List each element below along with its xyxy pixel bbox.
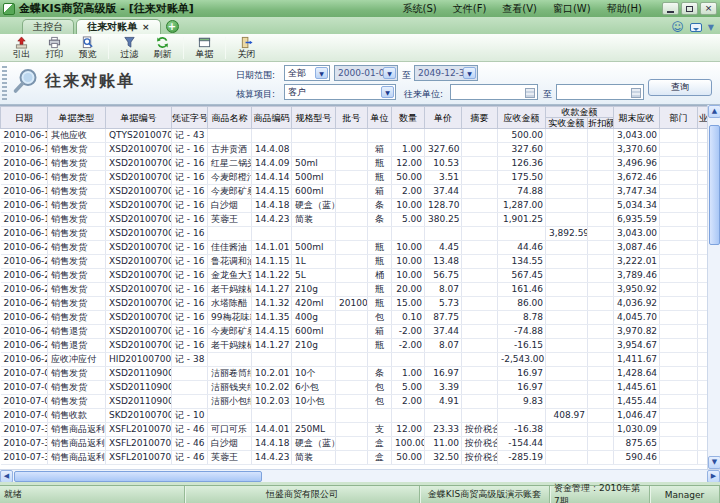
cell bbox=[546, 451, 588, 465]
cell: 32.50 bbox=[425, 451, 462, 465]
cell bbox=[392, 353, 425, 367]
unit-from-input[interactable] bbox=[450, 84, 538, 100]
cell: 2010-06-20 bbox=[1, 311, 48, 325]
cell bbox=[698, 171, 708, 185]
tab-console[interactable]: 主控台 bbox=[22, 19, 74, 34]
cell: 5,034.34 bbox=[614, 199, 660, 213]
restore-button[interactable] bbox=[681, 2, 698, 15]
query-button[interactable]: 查询 bbox=[648, 79, 712, 96]
dropdown-arrow-icon[interactable]: ▼ bbox=[383, 67, 396, 79]
new-tab-button[interactable]: + bbox=[166, 20, 179, 33]
table-row[interactable]: 2010-06-15销售发货XSD20100700001记 - 16芙蓉王14.… bbox=[1, 213, 708, 227]
close-view-button[interactable]: 关闭 bbox=[230, 35, 263, 61]
menu-window[interactable]: 窗口(W) bbox=[553, 2, 591, 16]
date-range-select[interactable]: 全部 ▼ bbox=[284, 65, 330, 81]
table-row[interactable]: 2010-06-20销售发货XSD20100700007记 - 16鲁花调和油1… bbox=[1, 255, 708, 269]
cell: 50.00 bbox=[392, 451, 425, 465]
cell bbox=[588, 199, 614, 213]
chevron-down-icon[interactable]: ▼ bbox=[708, 23, 714, 32]
cell: 74.88 bbox=[498, 185, 546, 199]
export-button[interactable]: 引出 bbox=[5, 35, 38, 61]
dropdown-arrow-icon[interactable]: ▼ bbox=[381, 86, 394, 98]
refresh-button[interactable]: 刷新 bbox=[146, 35, 179, 61]
dropdown-arrow-icon[interactable]: ▼ bbox=[315, 67, 328, 79]
table-row[interactable]: 2010-06-15销售发货XSD20100700001记 - 16红星二锅头1… bbox=[1, 157, 708, 171]
page-title: 往来对账单 bbox=[45, 71, 135, 92]
table-row[interactable]: 2010-07-30销售商品返利XSFL20100700003记 - 46芙蓉王… bbox=[1, 451, 708, 465]
table-row[interactable]: 2010-06-12其他应收QTYS20100700002记 - 43500.0… bbox=[1, 129, 708, 143]
print-button[interactable]: 打印 bbox=[38, 35, 71, 61]
close-button[interactable]: × bbox=[700, 2, 717, 15]
menu-system[interactable]: 系统(S) bbox=[403, 2, 437, 16]
cell bbox=[336, 325, 368, 339]
table-row[interactable]: 2010-06-15销售发货XSD20100700001记 - 16白沙烟14.… bbox=[1, 199, 708, 213]
scroll-down-icon[interactable]: ▼ bbox=[708, 456, 720, 469]
cell: 箱 bbox=[368, 185, 392, 199]
date-from-select[interactable]: 2000-01-01 ▼ bbox=[334, 65, 398, 81]
column-header: 数量 bbox=[392, 107, 425, 129]
filter-button[interactable]: 过滤 bbox=[113, 35, 146, 61]
horizontal-scrollbar[interactable]: ◀ ▶ bbox=[0, 469, 720, 482]
table-row[interactable]: 2010-06-26应收冲应付HID20100700004记 - 38-2,54… bbox=[1, 353, 708, 367]
voucher-button[interactable]: 单据 bbox=[188, 35, 221, 61]
restore-icon bbox=[686, 6, 693, 12]
cell bbox=[698, 269, 708, 283]
dropdown-arrow-icon[interactable]: ▼ bbox=[463, 67, 476, 79]
menu-file[interactable]: 文件(F) bbox=[453, 2, 487, 16]
table-row[interactable]: 2010-07-05销售发货XSD20110900004洁丽小包纸10.2.03… bbox=[1, 395, 708, 409]
cell bbox=[660, 269, 698, 283]
menu-help[interactable]: 帮助(H) bbox=[607, 2, 642, 16]
table-row[interactable]: 2010-06-20销售发货XSD20100700007记 - 16金龙鱼大豆油… bbox=[1, 269, 708, 283]
vertical-scrollbar[interactable]: ▲ ▼ bbox=[707, 105, 720, 469]
table-row[interactable]: 2010-07-30销售商品返利XSFL20100700003记 - 46可口可… bbox=[1, 423, 708, 437]
tab-close-icon[interactable]: × bbox=[142, 22, 150, 32]
cell: 10.00 bbox=[392, 199, 425, 213]
vertical-scroll-thumb[interactable] bbox=[709, 125, 720, 245]
preview-button[interactable]: 预览 bbox=[71, 35, 104, 61]
cell bbox=[425, 129, 462, 143]
browse-icon[interactable] bbox=[525, 88, 535, 98]
table-row[interactable]: 2010-07-30销售商品返利XSFL20100700003记 - 46白沙烟… bbox=[1, 437, 708, 451]
item-type-label: 核算项目: bbox=[236, 88, 275, 101]
table-row[interactable]: 2010-06-15销售发货XSD20100700001记 - 163,892.… bbox=[1, 227, 708, 241]
browse-icon[interactable] bbox=[631, 88, 641, 98]
unit-to-input[interactable] bbox=[556, 84, 644, 100]
cell: 记 - 16 bbox=[172, 311, 208, 325]
table-row[interactable]: 2010-07-05销售发货XSD20110900004洁丽钱夹纸10.2.02… bbox=[1, 381, 708, 395]
cell bbox=[588, 325, 614, 339]
cell: 销售发货 bbox=[48, 395, 106, 409]
table-row[interactable]: 2010-06-22销售退货XSD20100700011记 - 16今麦郎矿泉水… bbox=[1, 325, 708, 339]
date-range-value: 全部 bbox=[288, 67, 306, 80]
cell bbox=[336, 199, 368, 213]
export-label: 引出 bbox=[13, 49, 31, 59]
table-row[interactable]: 2010-06-20销售发货XSD20100700007记 - 1699梅花味精… bbox=[1, 311, 708, 325]
cell: 2010-06-15 bbox=[1, 171, 48, 185]
table-row[interactable]: 2010-07-09销售收款SKD20100700006记 - 10408.97… bbox=[1, 409, 708, 423]
cell: 5L bbox=[292, 269, 336, 283]
cell bbox=[546, 255, 588, 269]
message-icon[interactable] bbox=[690, 23, 702, 32]
table-row[interactable]: 2010-06-15销售发货XSD20100700001记 - 16今麦郎橙汁1… bbox=[1, 171, 708, 185]
minimize-button[interactable] bbox=[662, 2, 679, 15]
cell: 2010-06-20 bbox=[1, 283, 48, 297]
table-row[interactable]: 2010-06-20销售发货XSD20100700007记 - 16水塔陈醋14… bbox=[1, 297, 708, 311]
cell: XSFL20100700003 bbox=[106, 451, 172, 465]
cell: 1,428.64 bbox=[614, 367, 660, 381]
cell: 芙蓉王 bbox=[208, 451, 252, 465]
smiley-icon[interactable]: ☺ bbox=[671, 21, 684, 33]
table-row[interactable]: 2010-06-15销售发货XSD20100700001记 - 16今麦郎矿泉水… bbox=[1, 185, 708, 199]
cell bbox=[208, 409, 252, 423]
tab-statement[interactable]: 往来对账单 × bbox=[76, 19, 161, 34]
scroll-up-icon[interactable]: ▲ bbox=[708, 105, 720, 118]
table-row[interactable]: 2010-06-20销售发货XSD20100700007记 - 16佳佳酱油14… bbox=[1, 241, 708, 255]
item-type-select[interactable]: 客户 ▼ bbox=[284, 84, 396, 100]
horizontal-scroll-thumb[interactable] bbox=[14, 471, 262, 482]
table-row[interactable]: 2010-06-22销售退货XSD20100700011记 - 16老干妈辣椒酱… bbox=[1, 339, 708, 353]
table-row[interactable]: 2010-06-20销售发货XSD20100700007记 - 16老干妈辣椒酱… bbox=[1, 283, 708, 297]
menu-view[interactable]: 查看(V) bbox=[502, 2, 537, 16]
table-row[interactable]: 2010-06-15销售发货XSD20100700001记 - 16古井贡酒14… bbox=[1, 143, 708, 157]
toolbar-separator bbox=[225, 37, 226, 59]
table-row[interactable]: 2010-07-05销售发货XSD20110900004洁丽卷筒纸10.2.01… bbox=[1, 367, 708, 381]
date-to-select[interactable]: 2049-12-31 ▼ bbox=[414, 65, 478, 81]
drag-grip[interactable] bbox=[2, 66, 7, 100]
